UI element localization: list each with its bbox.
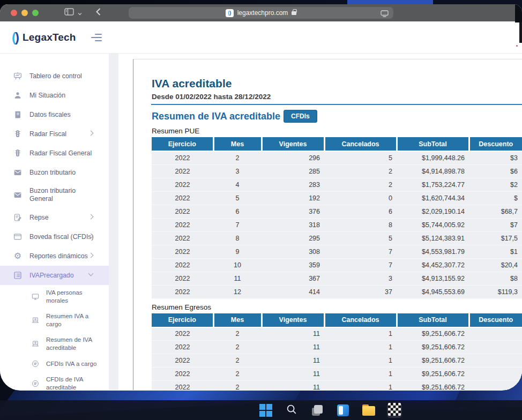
sidebar-item-label: Mi Situación bbox=[29, 92, 65, 100]
table-cell: $3 bbox=[469, 151, 522, 164]
sidebar-item-mi-situacion[interactable]: Mi Situación bbox=[0, 86, 109, 105]
table-title-egresos: Resumen Egresos bbox=[152, 303, 522, 311]
column-header: Ejercicio bbox=[152, 137, 213, 151]
sidebar-scrollbar-track[interactable] bbox=[109, 54, 118, 390]
table-cell: 1 bbox=[324, 381, 397, 391]
url-text: legaxtechpro.com bbox=[237, 9, 288, 17]
sidebar-item-label: Buzon tributario General bbox=[29, 187, 98, 203]
table-row: 20222111$9,251,606.72 bbox=[152, 354, 522, 368]
table-cell: 414 bbox=[262, 285, 324, 298]
task-view-button[interactable] bbox=[310, 403, 325, 418]
table-row: 20222111$9,251,606.72 bbox=[152, 368, 522, 381]
table-cell: 2022 bbox=[152, 178, 213, 191]
table-cell: 296 bbox=[262, 151, 324, 164]
table-cell: $2 bbox=[469, 178, 522, 191]
sidebar-item-resumen-iva-a-cargo[interactable]: Resumen IVA a cargo bbox=[0, 309, 109, 332]
close-window-button[interactable] bbox=[11, 10, 17, 16]
zoom-window-button[interactable] bbox=[32, 10, 39, 16]
table-cell: 192 bbox=[262, 191, 324, 205]
screen-edge-artifact bbox=[515, 4, 522, 22]
table-cell: 2022 bbox=[152, 191, 213, 205]
sidebar-item-tablero-de-control[interactable]: Tablero de control bbox=[0, 66, 109, 86]
table-row: 2022113673$4,913,155.92$8 bbox=[152, 272, 522, 285]
back-button[interactable] bbox=[96, 8, 101, 18]
table-cell: 7 bbox=[324, 258, 397, 272]
checkered-app-button[interactable] bbox=[387, 403, 402, 418]
table-row: 202242832$1,753,224.77$2 bbox=[152, 178, 522, 191]
table-cell: $2,029,190.14 bbox=[397, 205, 469, 218]
sidebar-item-buzon-tributario[interactable]: Buzon tributario bbox=[0, 163, 109, 182]
table-row: 202273188$5,744,005.92$7 bbox=[152, 218, 522, 231]
sidebar-item-label: Boveda fiscal (CFDIs) bbox=[29, 233, 94, 241]
table-cell: $1,999,448.26 bbox=[397, 151, 469, 164]
table-cell: 2022 bbox=[152, 151, 213, 164]
table-cell: $9,251,606.72 bbox=[397, 368, 469, 381]
widgets-button[interactable] bbox=[335, 403, 351, 418]
table-cell: 2022 bbox=[152, 245, 213, 258]
sidebar-item-boveda-fiscal[interactable]: Boveda fiscal (CFDIs) bbox=[0, 227, 109, 246]
table-cell: $20,4 bbox=[469, 258, 522, 272]
sidebar-item-cfdis-iva-a-cargo[interactable]: CFDIs IVA a cargo bbox=[0, 356, 109, 372]
egresos-table: EjercicioMesVigentesCanceladosSubTotalDe… bbox=[152, 313, 522, 391]
legaxtech-logo[interactable]: () LegaxTech bbox=[12, 30, 76, 45]
site-favicon: () bbox=[226, 9, 234, 17]
table-cell: 11 bbox=[262, 368, 324, 381]
chevron-down-icon[interactable] bbox=[78, 8, 82, 18]
sidebar-item-label: Resumen de IVA acreditable bbox=[46, 336, 101, 352]
chevron-right-icon bbox=[88, 131, 94, 136]
sidebar-item-radar-fiscal[interactable]: Radar Fiscal bbox=[0, 124, 109, 144]
table-cell: 285 bbox=[262, 164, 324, 178]
table-cell: 9 bbox=[213, 245, 262, 258]
column-header: Cancelados bbox=[324, 313, 397, 327]
traffic-light-icon bbox=[13, 129, 23, 139]
table-row: 20222111$9,251,606.72 bbox=[152, 381, 522, 391]
sidebar-item-repse[interactable]: Repse bbox=[0, 208, 109, 227]
cfdis-button[interactable]: CFDIs bbox=[284, 110, 317, 123]
file-explorer-button[interactable] bbox=[361, 403, 376, 418]
sidebar-item-datos-fiscales[interactable]: Datos fiscales bbox=[0, 105, 109, 124]
sidebar-item-buzon-tributario-general[interactable]: Buzon tributario General bbox=[0, 182, 109, 208]
box-icon bbox=[13, 232, 23, 242]
sidebar-item-iva-personas-morales[interactable]: IVA personas morales bbox=[0, 285, 109, 309]
dashboard-icon bbox=[13, 71, 23, 81]
table-row: 20221241437$4,945,553.69$119,3 bbox=[152, 285, 522, 298]
table-cell: 2 bbox=[213, 368, 262, 381]
table-row: 2022103597$4,452,307.72$20,4 bbox=[152, 258, 522, 272]
table-cell: 295 bbox=[262, 231, 324, 245]
menu-toggle-icon[interactable] bbox=[91, 34, 102, 41]
laptop-icon bbox=[31, 316, 40, 325]
taskbar-search-button[interactable] bbox=[284, 403, 299, 418]
table-cell: 2 bbox=[213, 327, 262, 341]
sidebar-item-cfdis-de-iva-acreditable[interactable]: CFDIs de IVA acreditable bbox=[0, 372, 109, 391]
table-cell: $4,452,307.72 bbox=[397, 258, 469, 272]
table-cell: 308 bbox=[262, 245, 324, 258]
sidebar-toggle-icon[interactable] bbox=[64, 8, 74, 18]
column-header: SubTotal bbox=[397, 313, 469, 327]
sidebar-item-ivaprecargado[interactable]: IVAPrecargado bbox=[0, 266, 109, 285]
address-bar[interactable]: () legaxtechpro.com bbox=[129, 7, 393, 19]
list-icon bbox=[13, 271, 23, 280]
folder-icon bbox=[362, 406, 375, 416]
browser-window: () legaxtechpro.com () LegaxTech bbox=[0, 4, 522, 391]
laptop-icon bbox=[31, 340, 40, 348]
table-cell: 5 bbox=[324, 231, 397, 245]
display-icon[interactable] bbox=[381, 10, 389, 19]
table-cell: 2 bbox=[213, 151, 262, 164]
section-title: Resumen de IVA acreditable bbox=[152, 111, 280, 122]
table-cell: $9,251,606.72 bbox=[397, 381, 469, 391]
sidebar-item-label: Repse bbox=[29, 214, 49, 222]
sidebar-item-label: Radar Fiscal General bbox=[29, 149, 92, 158]
table-cell: 2022 bbox=[152, 341, 213, 354]
sidebar-item-reportes-dinamicos[interactable]: ⚙ Reportes dinámicos bbox=[0, 246, 109, 266]
table-header-row: EjercicioMesVigentesCanceladosSubTotalDe… bbox=[152, 137, 522, 151]
column-header: SubTotal bbox=[397, 137, 469, 151]
windows-logo-icon bbox=[259, 404, 272, 417]
table-cell: 2 bbox=[213, 341, 262, 354]
minimize-window-button[interactable] bbox=[21, 10, 28, 16]
table-cell: $4,913,155.92 bbox=[397, 272, 469, 285]
sidebar-item-radar-fiscal-general[interactable]: Radar Fiscal General bbox=[0, 144, 109, 163]
sidebar-item-label: Resumen IVA a cargo bbox=[46, 312, 101, 328]
sidebar-item-resumen-de-iva-acreditable[interactable]: Resumen de IVA acreditable bbox=[0, 332, 109, 356]
logo-mark-icon: () bbox=[12, 30, 18, 45]
start-button[interactable] bbox=[258, 403, 273, 418]
